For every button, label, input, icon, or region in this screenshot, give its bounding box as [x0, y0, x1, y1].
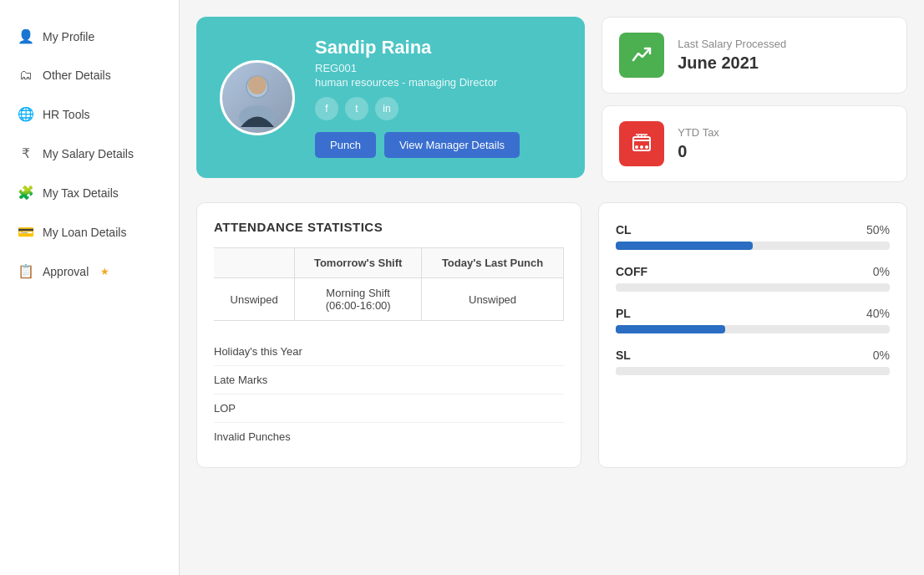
- twitter-icon[interactable]: t: [345, 97, 368, 120]
- profile-id: REG001: [315, 62, 520, 74]
- sidebar-item-other-details[interactable]: 🗂 Other Details: [0, 56, 179, 94]
- punch-button[interactable]: Punch: [315, 132, 376, 158]
- sl-progress-bg: [616, 367, 890, 375]
- attendance-section: ATTENDANCE STATISTICS Tomorrow's Shift T…: [196, 202, 581, 468]
- star-icon: ★: [100, 266, 109, 277]
- cl-progress-bg: [616, 242, 890, 250]
- tax-icon: 🧩: [18, 185, 34, 201]
- pl-progress-bg: [616, 325, 890, 333]
- profile-name: Sandip Raina: [315, 37, 520, 59]
- sidebar-item-label: Approval: [43, 265, 89, 278]
- folder-icon: 🗂: [18, 68, 34, 83]
- profile-icon: 👤: [18, 28, 34, 44]
- list-item-holidays: Holiday's this Year: [214, 338, 564, 366]
- stat-pl-pct: 40%: [866, 307, 890, 320]
- attendance-list: Holiday's this Year Late Marks LOP Inval…: [214, 338, 564, 450]
- sidebar-item-label: My Salary Details: [43, 147, 134, 160]
- tax-card: YTD Tax 0: [602, 105, 907, 182]
- profile-role: human resources - managing Director: [315, 76, 520, 89]
- stats-section: CL 50% COFF 0% PL: [598, 202, 907, 468]
- cell-unswiped-2: Unswiped: [422, 278, 564, 321]
- stat-coff-pct: 0%: [873, 265, 890, 278]
- stat-pl: PL 40%: [616, 307, 890, 333]
- bottom-area: ATTENDANCE STATISTICS Tomorrow's Shift T…: [196, 202, 907, 468]
- main-content: Sandip Raina REG001 human resources - ma…: [180, 0, 924, 575]
- facebook-icon[interactable]: f: [315, 97, 338, 120]
- stat-sl-pct: 0%: [873, 349, 890, 362]
- salary-value: June 2021: [678, 53, 786, 73]
- stat-pl-label: PL: [616, 307, 631, 320]
- right-col: Last Salary Processed June 2021: [602, 17, 907, 182]
- rupee-icon: ₹: [18, 145, 34, 161]
- cl-progress-fill: [616, 242, 753, 250]
- approval-icon: 📋: [18, 263, 34, 279]
- cell-morning-shift: Morning Shift(06:00-16:00): [295, 278, 422, 321]
- col-header-today: Today's Last Punch: [422, 248, 564, 278]
- sidebar-item-loan-details[interactable]: 💳 My Loan Details: [0, 212, 179, 252]
- list-item-late-marks: Late Marks: [214, 366, 564, 394]
- stat-sl-label: SL: [616, 349, 631, 362]
- profile-buttons: Punch View Manager Details: [315, 132, 520, 158]
- stat-cl: CL 50%: [616, 223, 890, 250]
- top-area: Sandip Raina REG001 human resources - ma…: [196, 17, 907, 202]
- profile-card: Sandip Raina REG001 human resources - ma…: [196, 17, 585, 178]
- tax-label: YTD Tax: [678, 126, 719, 139]
- sidebar-item-label: Other Details: [43, 69, 111, 82]
- sidebar: 👤 My Profile 🗂 Other Details 🌐 HR Tools …: [0, 0, 180, 575]
- list-item-invalid-punches: Invalid Punches: [214, 423, 564, 450]
- salary-card: Last Salary Processed June 2021: [602, 17, 907, 94]
- tax-icon-card: [619, 121, 664, 166]
- cell-unswiped-1: Unswiped: [214, 278, 295, 321]
- svg-point-3: [248, 76, 267, 94]
- svg-point-8: [645, 145, 648, 149]
- salary-card-text: Last Salary Processed June 2021: [678, 38, 786, 73]
- svg-point-6: [635, 145, 638, 149]
- list-item-lop: LOP: [214, 394, 564, 423]
- avatar: [220, 60, 295, 135]
- stat-coff: COFF 0%: [616, 265, 890, 292]
- sidebar-item-hr-tools[interactable]: 🌐 HR Tools: [0, 94, 179, 134]
- profile-info: Sandip Raina REG001 human resources - ma…: [315, 37, 520, 158]
- stat-sl: SL 0%: [616, 349, 890, 375]
- loan-icon: 💳: [18, 224, 34, 240]
- sidebar-item-label: My Profile: [43, 30, 94, 43]
- pl-progress-fill: [616, 325, 725, 333]
- social-icons: f t in: [315, 97, 520, 120]
- table-row: Unswiped Morning Shift(06:00-16:00) Unsw…: [214, 278, 564, 321]
- view-manager-button[interactable]: View Manager Details: [384, 132, 520, 158]
- avatar-image: [222, 60, 292, 135]
- sidebar-item-label: HR Tools: [43, 108, 90, 121]
- coff-progress-bg: [616, 283, 890, 292]
- salary-label: Last Salary Processed: [678, 38, 786, 50]
- sidebar-item-approval[interactable]: 📋 Approval ★: [0, 252, 179, 291]
- linkedin-icon[interactable]: in: [375, 97, 399, 120]
- stat-cl-label: CL: [616, 223, 632, 237]
- stat-coff-label: COFF: [616, 265, 647, 278]
- sidebar-item-my-profile[interactable]: 👤 My Profile: [0, 17, 179, 56]
- sidebar-item-label: My Tax Details: [43, 186, 119, 200]
- col-header-empty: [214, 248, 295, 278]
- attendance-title: ATTENDANCE STATISTICS: [214, 220, 564, 234]
- tax-card-text: YTD Tax 0: [678, 126, 719, 161]
- col-header-tomorrow: Tomorrow's Shift: [295, 248, 422, 278]
- stat-cl-pct: 50%: [866, 223, 890, 237]
- sidebar-item-tax-details[interactable]: 🧩 My Tax Details: [0, 173, 179, 212]
- svg-point-7: [640, 145, 643, 149]
- salary-icon: [619, 33, 664, 78]
- tax-value: 0: [678, 142, 719, 161]
- globe-icon: 🌐: [18, 106, 34, 122]
- sidebar-item-label: My Loan Details: [43, 226, 126, 239]
- sidebar-item-salary-details[interactable]: ₹ My Salary Details: [0, 134, 179, 173]
- attendance-table: Tomorrow's Shift Today's Last Punch Unsw…: [214, 247, 564, 321]
